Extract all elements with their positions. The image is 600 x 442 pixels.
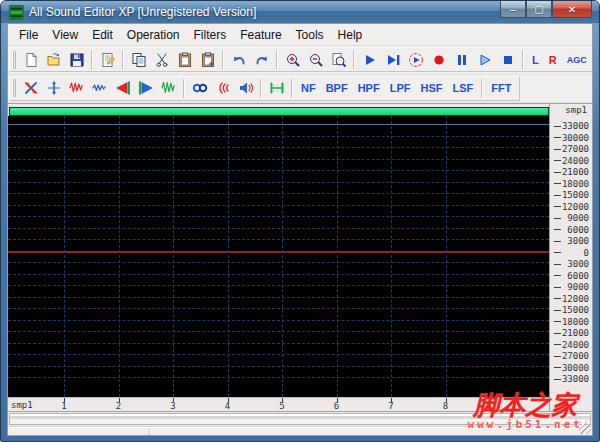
trim-button[interactable] [265, 78, 288, 99]
app-window: All Sound Editor XP [Unregistered Versio… [0, 0, 600, 442]
toolbar-separator [291, 79, 293, 98]
toolbar-separator [522, 50, 524, 69]
toolbar-grip[interactable] [12, 79, 16, 97]
toolbar-grip[interactable] [12, 51, 16, 69]
amplitude-tick: 21000 [550, 328, 589, 338]
menu-edit[interactable]: Edit [85, 25, 120, 45]
time-gridline [446, 116, 447, 397]
close-button[interactable]: ✕ [552, 1, 592, 18]
ruler-number: 4 [225, 401, 230, 411]
play-button[interactable] [358, 49, 381, 70]
ruler-number: 5 [279, 401, 284, 411]
menu-operation[interactable]: Operation [120, 25, 187, 45]
menu-help[interactable]: Help [331, 25, 370, 45]
undo-icon [231, 52, 247, 68]
hpf-filter-button[interactable]: HPF [353, 78, 385, 99]
center-channel-icon [46, 80, 62, 96]
agc-button[interactable]: AGC [562, 49, 592, 70]
horizontal-scrollbar[interactable] [8, 412, 592, 427]
record-icon [431, 52, 447, 68]
attenuate-icon [92, 80, 108, 96]
toolbar-separator [91, 50, 93, 69]
paste-button[interactable] [173, 49, 196, 70]
right-channel-button[interactable]: R [544, 49, 562, 70]
title-bar[interactable]: All Sound Editor XP [Unregistered Versio… [1, 1, 599, 23]
pause-button[interactable] [450, 49, 473, 70]
menu-filters[interactable]: Filters [187, 25, 234, 45]
record-button[interactable] [427, 49, 450, 70]
amplify-icon [69, 80, 85, 96]
play-to-end-button[interactable] [381, 49, 404, 70]
toolbar-main: LRAGC [9, 47, 593, 72]
ruler-channel-label: smp1 [11, 400, 33, 410]
save-button[interactable] [65, 49, 88, 70]
stop-button[interactable] [496, 49, 519, 70]
fade-out-button[interactable] [134, 78, 157, 99]
waveform-column: smp1 12345678 [8, 104, 549, 411]
fade-in-button[interactable] [111, 78, 134, 99]
menu-view[interactable]: View [45, 25, 85, 45]
echo-button[interactable] [211, 78, 234, 99]
play-selection-button[interactable] [473, 49, 496, 70]
zoom-in-button[interactable] [281, 49, 304, 70]
undo-button[interactable] [227, 49, 250, 70]
loop-button[interactable] [188, 78, 211, 99]
lpf-filter-button[interactable]: LPF [385, 78, 416, 99]
zoom-out-button[interactable] [304, 49, 327, 70]
time-gridline [391, 116, 392, 397]
zoom-fit-button[interactable] [327, 49, 350, 70]
bpf-filter-button[interactable]: BPF [321, 78, 353, 99]
amplitude-tick: 33000 [550, 121, 589, 131]
amplitude-gridline [8, 193, 549, 194]
amplitude-gridline [8, 285, 549, 286]
position-bar[interactable] [9, 107, 549, 116]
swap-channels-icon [23, 80, 39, 96]
loop-play-button[interactable] [404, 49, 427, 70]
toolbar-separator [122, 50, 124, 69]
play-to-end-icon [385, 52, 401, 68]
amplitude-gridline [8, 228, 549, 229]
file-properties-button[interactable] [96, 49, 119, 70]
waveform-editor: smp1 12345678 smp1 330003000027000240002… [8, 103, 592, 412]
fft-button[interactable]: FFT [486, 78, 516, 99]
menu-feature[interactable]: Feature [233, 25, 288, 45]
normalize-button[interactable] [157, 78, 180, 99]
amplitude-gridline [8, 354, 549, 355]
menu-file[interactable]: File [12, 25, 45, 45]
copy-button[interactable] [127, 49, 150, 70]
new-file-button[interactable] [19, 49, 42, 70]
open-file-button[interactable] [42, 49, 65, 70]
attenuate-button[interactable] [88, 78, 111, 99]
menu-tools[interactable]: Tools [289, 25, 331, 45]
ruler-number: 8 [443, 401, 448, 411]
toolbar-separator [353, 50, 355, 69]
redo-button[interactable] [250, 49, 273, 70]
paste-insert-button[interactable] [196, 49, 219, 70]
time-gridline [119, 116, 120, 397]
resize-grip[interactable] [579, 422, 591, 434]
nf-filter-button[interactable]: NF [296, 78, 321, 99]
maximize-button[interactable]: ▢ [526, 1, 552, 18]
toolbar-separator [481, 79, 483, 98]
minimize-button[interactable]: – [500, 1, 526, 18]
volume-button[interactable] [234, 78, 257, 99]
ruler-number: 1 [61, 401, 66, 411]
lsf-filter-button[interactable]: LSF [447, 78, 478, 99]
time-ruler[interactable]: smp1 12345678 [8, 397, 549, 411]
loop-play-icon [408, 52, 424, 68]
client-area: FileViewEditOperationFiltersFeatureTools… [7, 23, 593, 436]
cut-button[interactable] [150, 49, 173, 70]
hsf-filter-button[interactable]: HSF [415, 78, 447, 99]
swap-channels-button[interactable] [19, 78, 42, 99]
center-channel-button[interactable] [42, 78, 65, 99]
trim-icon [269, 80, 285, 96]
left-channel-button[interactable]: L [527, 49, 544, 70]
amplitude-gridline [8, 159, 549, 160]
amplitude-tick: 12000 [550, 294, 589, 304]
amplitude-gridline [8, 239, 549, 240]
waveform-canvas[interactable] [8, 116, 549, 397]
amplify-button[interactable] [65, 78, 88, 99]
menu-bar: FileViewEditOperationFiltersFeatureTools… [8, 24, 592, 46]
amplitude-gridline [8, 124, 549, 125]
amplitude-gridline [8, 147, 549, 148]
